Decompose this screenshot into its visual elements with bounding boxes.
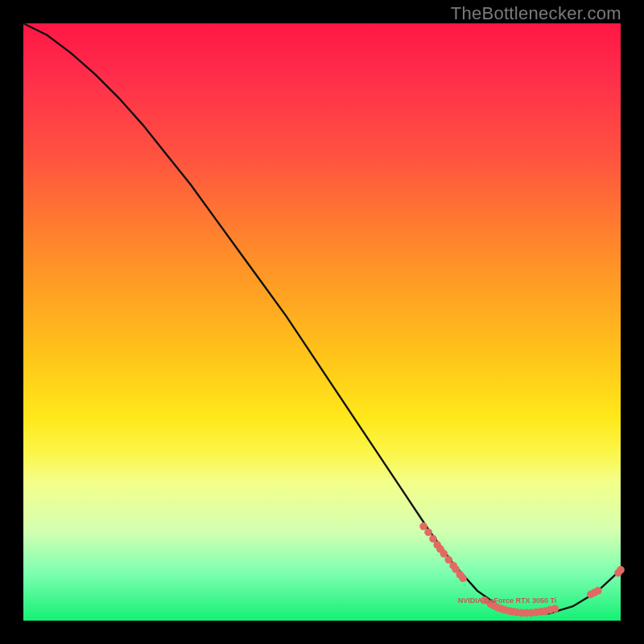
data-dot xyxy=(617,566,625,574)
chart-svg: NVIDIA GeForce RTX 3050 Ti xyxy=(23,23,621,621)
chart-frame: { "attribution": "TheBottlenecker.com", … xyxy=(0,0,644,644)
annotation-gpu-label: NVIDIA GeForce RTX 3050 Ti xyxy=(458,597,557,605)
attribution-label: TheBottlenecker.com xyxy=(451,3,621,24)
plot-area: NVIDIA GeForce RTX 3050 Ti xyxy=(23,23,621,621)
data-dot xyxy=(419,522,427,530)
data-dot xyxy=(424,528,432,536)
data-dot xyxy=(459,575,467,583)
data-dot xyxy=(551,605,559,613)
bottleneck-curve xyxy=(23,23,621,613)
data-dot xyxy=(594,587,602,595)
